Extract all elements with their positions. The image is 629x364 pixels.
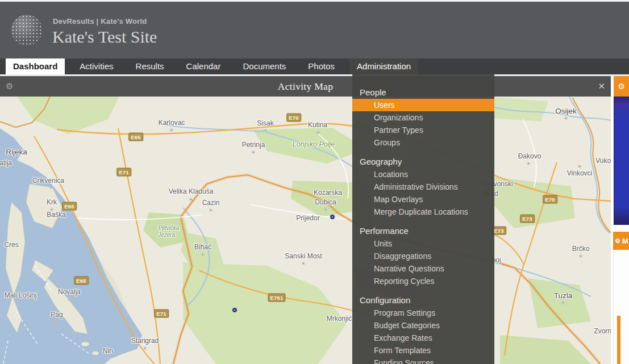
site-title: Kate's Test Site — [52, 27, 157, 47]
map-place-label: Osijek — [555, 107, 577, 115]
map-place-label: Zvornik — [594, 327, 611, 335]
menu-item[interactable]: Merge Duplicate Locations — [352, 206, 494, 218]
road-badge: E65 — [62, 202, 77, 211]
town-dot — [202, 253, 205, 256]
administration-menu: People Users Organizations Partner Types… — [352, 74, 494, 364]
menu-item[interactable]: Narrative Questions — [352, 262, 494, 275]
menu-item[interactable]: Exchange Rates — [352, 332, 494, 344]
map-place-label: Mrkonjić — [327, 315, 352, 323]
road-badge: E761 — [268, 294, 286, 302]
map-place-label: Tuzla — [554, 291, 573, 300]
road-badge: E71 — [116, 168, 131, 177]
town-dot — [580, 255, 582, 258]
activity-map-panel: ⚙ Activity Map ✕ — [0, 74, 611, 364]
map-place-label: Sisak — [257, 119, 273, 127]
menu-item[interactable]: Organizations — [352, 111, 494, 124]
menu-item[interactable]: Program Settings — [352, 307, 494, 319]
map-place-label: Brčko — [572, 245, 590, 253]
town-dot — [144, 347, 147, 350]
activity-marker[interactable] — [330, 215, 335, 219]
map-place-label: Dubica — [315, 198, 336, 206]
road-badge: E73 — [520, 215, 535, 223]
nav-tab[interactable]: Administration — [349, 58, 418, 74]
town-dot — [527, 162, 530, 165]
map-place-label: Nin — [103, 347, 113, 355]
map-place-label: Kozarska — [314, 189, 342, 196]
town-dot — [317, 131, 320, 134]
close-icon[interactable]: ✕ — [598, 81, 605, 91]
menu-section-title: Performance — [352, 224, 494, 237]
map-place-label: Đakovo — [518, 152, 541, 160]
menu-section: People Users Organizations Partner Types… — [352, 86, 494, 149]
town-dot — [56, 321, 59, 324]
panel-title-partial: M — [622, 237, 628, 245]
map-place-label: Starigrad — [131, 337, 159, 345]
menu-items: Locations Administrative Divisions Map O… — [352, 168, 494, 218]
map-place-label: Pag — [51, 311, 63, 319]
app-window: DevResults | Kate's World Kate's Test Si… — [0, 0, 629, 364]
gear-icon: ⚙ — [615, 238, 620, 244]
map-place-label: Petrinja — [242, 141, 265, 149]
menu-item[interactable]: Budget Categories — [352, 319, 494, 332]
activity-marker[interactable] — [232, 308, 237, 312]
menu-item[interactable]: Funding Sources — [352, 357, 494, 364]
map-place-label: Baška — [47, 211, 65, 219]
town-dot — [210, 209, 213, 212]
map-place-label: Velika Kladuša — [169, 187, 214, 195]
app-header: DevResults | Kate's World Kate's Test Si… — [0, 2, 629, 58]
road-badge: E65 — [128, 133, 143, 141]
map-place-label: Plitvička — [159, 225, 180, 231]
menu-item[interactable]: Form Templates — [352, 344, 494, 357]
menu-section: Configuration Program Settings Budget Ca… — [352, 294, 494, 364]
nav-tab[interactable]: Documents — [235, 58, 293, 74]
town-dot — [190, 198, 193, 201]
road-badge: E70 — [286, 114, 301, 122]
panel-header-partial[interactable]: ⚙ M — [613, 232, 629, 250]
activity-map-toolbar: ⚙ Activity Map ✕ — [0, 74, 611, 97]
nav-tab[interactable]: Photos — [301, 58, 342, 74]
map-place-label: Rijeka — [6, 148, 27, 156]
town-dot — [562, 302, 565, 304]
menu-item[interactable]: Reporting Cycles — [352, 275, 494, 287]
town-dot — [55, 221, 58, 224]
nav-tab[interactable]: Activities — [72, 58, 120, 74]
map-place-label: Cres — [4, 241, 18, 249]
map-graphic — [0, 97, 611, 364]
menu-item[interactable]: Groups — [352, 136, 494, 149]
map-place-label: Mali Lošinj — [5, 291, 37, 299]
map-place-label: Prijedor — [296, 214, 319, 222]
menu-items: Program Settings Budget Categories Excha… — [352, 307, 494, 364]
brand-line: DevResults | Kate's World — [53, 17, 147, 26]
map-place-label: Sanski Most — [285, 252, 322, 260]
menu-item[interactable]: Locations — [352, 168, 494, 181]
map-place-label: Kutina — [308, 121, 327, 129]
map-place-label: Karlovac — [159, 119, 185, 127]
map-place-label: Novalja — [58, 288, 81, 296]
menu-section: Performance Units Disaggregations Narrat… — [352, 224, 494, 287]
menu-item[interactable]: Units — [352, 237, 494, 250]
map-place-label: Lonjsko Polje — [293, 140, 335, 148]
menu-item[interactable]: Users — [352, 99, 494, 111]
panel-settings-button[interactable]: ⚙ — [614, 76, 629, 97]
map-canvas[interactable]: Karlovac Sisak Kutina Rijeka Opatija Pet… — [0, 97, 611, 364]
road-badge: E70 — [543, 195, 557, 204]
nav-tab[interactable]: Dashboard — [6, 58, 65, 74]
map-place-label: Cazin — [202, 199, 220, 207]
activity-map-title: Activity Map — [0, 76, 611, 97]
menu-item[interactable]: Map Overlays — [352, 193, 494, 206]
panel-body-partial — [613, 250, 629, 364]
map-place-label: Crikvenica — [32, 177, 64, 185]
chart-bar — [617, 316, 620, 364]
main-nav: Dashboard Activities Results Calendar Do… — [0, 58, 629, 74]
menu-section-title: Configuration — [352, 294, 494, 307]
menu-item[interactable]: Partner Types — [352, 124, 494, 136]
devresults-logo[interactable] — [11, 15, 42, 45]
nav-tab[interactable]: Calendar — [179, 58, 228, 74]
menu-item[interactable]: Administrative Divisions — [352, 181, 494, 193]
map-place-label: Krk — [47, 198, 57, 206]
menu-section-title: People — [352, 86, 494, 99]
nav-tab[interactable]: Results — [128, 58, 172, 74]
right-panel-sliver: ⚙ ⚙ M — [611, 74, 629, 364]
menu-item[interactable]: Disaggregations — [352, 250, 494, 262]
town-dot — [107, 357, 110, 360]
